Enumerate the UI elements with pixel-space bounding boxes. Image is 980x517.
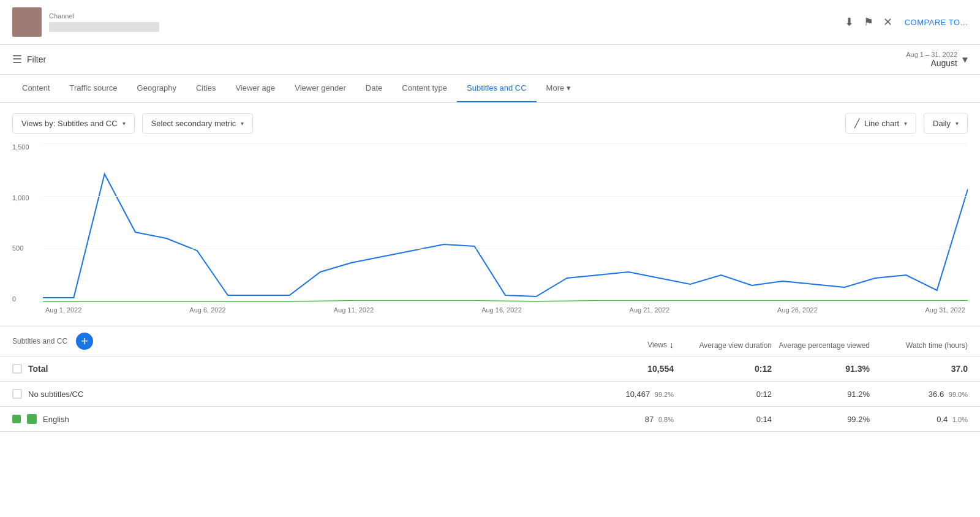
x-label-aug16: Aug 16, 2022 bbox=[481, 306, 521, 314]
table-header-row: Subtitles and CC + Views ↓ Average view … bbox=[0, 326, 980, 357]
filter-icon: ☰ bbox=[12, 53, 22, 66]
x-label-aug26: Aug 26, 2022 bbox=[777, 306, 817, 314]
controls-left: Views by: Subtitles and CC ▾ Select seco… bbox=[12, 113, 253, 134]
secondary-metric-label: Select secondary metric bbox=[151, 119, 236, 128]
secondary-metric-arrow-icon: ▾ bbox=[241, 120, 244, 127]
no-subtitles-watchtime: 36.6 99.0% bbox=[870, 390, 968, 399]
chart-type-label: Line chart bbox=[864, 119, 899, 128]
col-avg-pct-text: Average percentage viewed bbox=[778, 341, 870, 350]
tab-cities[interactable]: Cities bbox=[186, 75, 226, 103]
more-chevron-icon: ▾ bbox=[567, 83, 571, 92]
english-avg-pct: 99.2% bbox=[772, 415, 870, 424]
top-bar-icons: ⬇ ⚑ ✕ bbox=[845, 15, 892, 29]
col-label-text: Subtitles and CC bbox=[12, 337, 67, 345]
no-subtitles-views-val: 10,467 bbox=[625, 390, 650, 399]
interval-label: Daily bbox=[933, 119, 951, 128]
grid-line-mid1 bbox=[43, 196, 968, 197]
y-label-1500: 1,500 bbox=[12, 143, 29, 151]
date-range-small: Aug 1 – 31, 2022 bbox=[906, 51, 957, 58]
chart-svg bbox=[43, 143, 968, 303]
tab-viewer-gender[interactable]: Viewer gender bbox=[285, 75, 356, 103]
filter-text[interactable]: Filter bbox=[27, 55, 46, 64]
flag-icon[interactable]: ⚑ bbox=[864, 15, 873, 29]
channel-name-bar bbox=[49, 22, 159, 32]
grid-line-top bbox=[43, 143, 968, 144]
chart-grid bbox=[43, 143, 968, 303]
col-header-watchtime: Watch time (hours) bbox=[870, 341, 968, 350]
date-range-main: August bbox=[930, 58, 957, 68]
col-header-label: Subtitles and CC + bbox=[12, 333, 576, 350]
tab-content[interactable]: Content bbox=[12, 75, 60, 103]
table-row-total: Total 10,554 0:12 91.3% 37.0 bbox=[0, 357, 980, 382]
filter-left: ☰ Filter bbox=[12, 53, 46, 66]
compare-to-button[interactable]: COMPARE TO... bbox=[905, 18, 968, 27]
tab-viewer-age[interactable]: Viewer age bbox=[225, 75, 285, 103]
filter-bar: ☰ Filter Aug 1 – 31, 2022 August ▾ bbox=[0, 45, 980, 75]
interval-dropdown[interactable]: Daily ▾ bbox=[924, 113, 968, 134]
top-bar: Channel ⬇ ⚑ ✕ COMPARE TO... bbox=[0, 0, 980, 45]
primary-metric-label: Views by: Subtitles and CC bbox=[21, 119, 118, 128]
tab-subtitles-cc[interactable]: Subtitles and CC bbox=[457, 75, 537, 103]
tab-content-type[interactable]: Content type bbox=[392, 75, 457, 103]
chart-wrap: Aug 1, 2022 Aug 6, 2022 Aug 11, 2022 Aug… bbox=[43, 143, 968, 314]
col-header-views[interactable]: Views ↓ bbox=[576, 340, 674, 350]
chart-y-labels: 1,500 1,000 500 0 bbox=[12, 143, 29, 303]
english-views: 87 0.8% bbox=[576, 415, 674, 424]
date-dropdown-icon: ▾ bbox=[962, 53, 968, 66]
channel-avatar bbox=[12, 7, 42, 37]
secondary-metric-dropdown[interactable]: Select secondary metric ▾ bbox=[142, 113, 254, 134]
y-label-1000: 1,000 bbox=[12, 194, 29, 202]
tab-geography[interactable]: Geography bbox=[127, 75, 186, 103]
x-label-aug21: Aug 21, 2022 bbox=[630, 306, 669, 314]
no-subtitles-checkbox[interactable] bbox=[12, 389, 22, 399]
table-row-no-subtitles: No subtitles/CC 10,467 99.2% 0:12 91.2% … bbox=[0, 382, 980, 407]
primary-metric-dropdown[interactable]: Views by: Subtitles and CC ▾ bbox=[12, 113, 135, 134]
x-labels: Aug 1, 2022 Aug 6, 2022 Aug 11, 2022 Aug… bbox=[43, 306, 968, 314]
tab-date[interactable]: Date bbox=[356, 75, 392, 103]
top-bar-right: ⬇ ⚑ ✕ COMPARE TO... bbox=[845, 15, 968, 29]
add-metric-button[interactable]: + bbox=[76, 333, 93, 350]
download-icon[interactable]: ⬇ bbox=[845, 15, 854, 29]
channel-info: Channel bbox=[49, 12, 159, 32]
grid-line-bottom bbox=[43, 301, 968, 301]
more-label: More bbox=[546, 83, 565, 92]
english-color-swatch bbox=[12, 415, 21, 423]
tab-more[interactable]: More ▾ bbox=[537, 75, 581, 103]
tabs-bar: Content Traffic source Geography Cities … bbox=[0, 75, 980, 103]
english-watchtime: 0.4 1.0% bbox=[870, 415, 968, 424]
total-label-cell: Total bbox=[12, 364, 576, 374]
chart-container: 1,500 1,000 500 0 Aug 1, 2022 Aug 6, bbox=[0, 143, 980, 320]
channel-section: Channel bbox=[12, 7, 159, 37]
total-views: 10,554 bbox=[576, 364, 674, 374]
x-label-aug31: Aug 31, 2022 bbox=[925, 306, 965, 314]
no-subtitles-views-pct: 99.2% bbox=[655, 391, 674, 398]
english-checkbox[interactable] bbox=[27, 414, 37, 424]
date-selector[interactable]: Aug 1 – 31, 2022 August ▾ bbox=[906, 51, 968, 68]
chart-type-dropdown[interactable]: ╱ Line chart ▾ bbox=[845, 113, 916, 134]
english-row-label: English bbox=[43, 415, 69, 424]
total-avg-duration: 0:12 bbox=[674, 364, 772, 374]
english-watchtime-pct: 1.0% bbox=[952, 416, 968, 423]
chart-type-icon: ╱ bbox=[854, 118, 859, 128]
total-checkbox[interactable] bbox=[12, 364, 22, 374]
col-avg-duration-text: Average view duration bbox=[699, 341, 772, 350]
tab-traffic-source[interactable]: Traffic source bbox=[60, 75, 127, 103]
primary-metric-arrow-icon: ▾ bbox=[123, 120, 126, 127]
table-row-english: English 87 0.8% 0:14 99.2% 0.4 1.0% bbox=[0, 407, 980, 432]
y-label-0: 0 bbox=[12, 295, 29, 303]
no-subtitles-watchtime-pct: 99.0% bbox=[949, 391, 968, 398]
chart-type-arrow-icon: ▾ bbox=[904, 120, 907, 127]
no-subtitles-row-label: No subtitles/CC bbox=[28, 390, 83, 399]
grid-line-mid2 bbox=[43, 249, 968, 249]
col-views-text: Views bbox=[647, 341, 667, 349]
english-views-val: 87 bbox=[645, 415, 654, 424]
total-avg-pct: 91.3% bbox=[772, 364, 870, 374]
close-icon[interactable]: ✕ bbox=[883, 15, 892, 29]
english-avg-duration: 0:14 bbox=[674, 415, 772, 424]
english-label-cell: English bbox=[12, 414, 576, 424]
total-watchtime: 37.0 bbox=[870, 364, 968, 374]
no-subtitles-views: 10,467 99.2% bbox=[576, 390, 674, 399]
sort-arrow-icon: ↓ bbox=[669, 340, 674, 350]
chart-line-main bbox=[43, 174, 968, 298]
col-watchtime-text: Watch time (hours) bbox=[906, 341, 968, 350]
